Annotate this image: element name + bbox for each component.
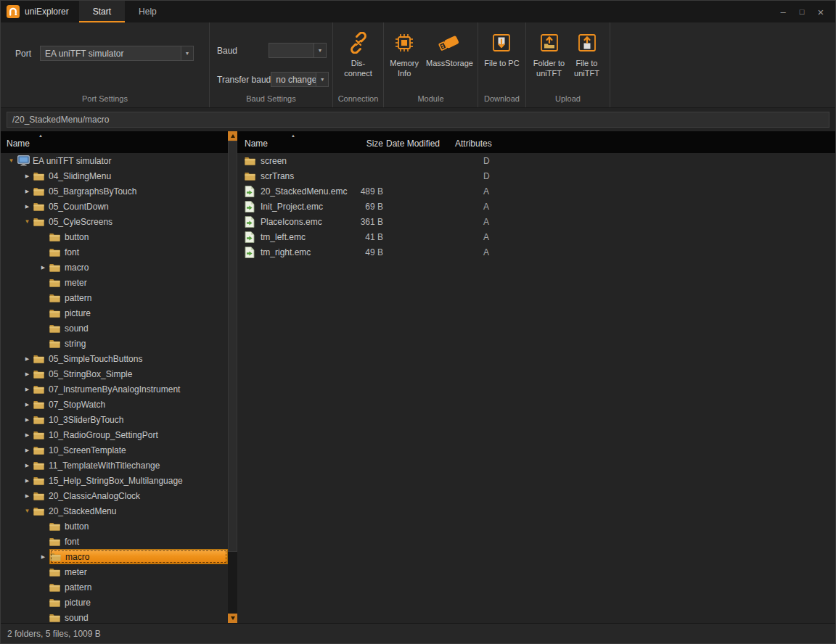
tree-name-column-header[interactable]: Name	[7, 139, 30, 149]
date-modified-column-header[interactable]: Date Modified	[383, 139, 454, 149]
baud-select[interactable]: ▼	[269, 43, 327, 58]
disconnect-button[interactable]: Dis- connect	[340, 28, 377, 80]
tab-start[interactable]: Start	[79, 1, 125, 22]
port-select[interactable]: EA uniTFT simulator ▼	[40, 46, 194, 61]
tree-item-body: picture	[49, 305, 228, 321]
file-size-column-header[interactable]: Size	[366, 139, 383, 149]
chevron-down-icon[interactable]: ▼	[181, 46, 193, 60]
collapsed-arrow-icon[interactable]: ▶	[21, 387, 33, 392]
tree-item[interactable]: ▶07_StopWatch	[1, 397, 228, 412]
collapsed-arrow-icon[interactable]: ▶	[37, 554, 49, 560]
collapsed-arrow-icon[interactable]: ▶	[21, 478, 33, 484]
tree-item[interactable]: button	[1, 229, 228, 244]
expanded-arrow-icon[interactable]: ▼	[21, 218, 33, 225]
tree-item[interactable]: ▶10_3SliderByTouch	[1, 412, 228, 427]
tree-item-label: 07_StopWatch	[46, 400, 105, 410]
tree-item[interactable]: ▶04_SlidingMenu	[1, 168, 228, 183]
file-row[interactable]: scrTransD	[237, 168, 835, 183]
file-attributes: A	[454, 232, 835, 242]
tree-item[interactable]: string	[1, 336, 228, 351]
tree-item[interactable]: picture	[1, 305, 228, 321]
tree-item[interactable]: ▶20_ClassicAnalogClock	[1, 488, 228, 503]
chevron-down-icon[interactable]: ▼	[316, 73, 328, 86]
tree-item[interactable]: ▼20_StackedMenu	[1, 503, 228, 519]
file-row[interactable]: tm_right.emc49 BA	[237, 244, 835, 260]
tree-item[interactable]: ▶10_RadioGroup_SettingPort	[1, 427, 228, 442]
tree-item-body: 10_3SliderByTouch	[33, 412, 228, 427]
tab-help[interactable]: Help	[125, 1, 171, 22]
collapsed-arrow-icon[interactable]: ▶	[21, 493, 33, 499]
tree-item[interactable]: font	[1, 534, 228, 549]
expanded-arrow-icon[interactable]: ▼	[5, 157, 17, 164]
file-name-column-header[interactable]: Name	[245, 139, 268, 149]
file-row[interactable]: 20_StackedMenu.emc489 BA	[237, 183, 835, 199]
tree-pane: ▲ Name ▼EA uniTFT simulator▶04_SlidingMe…	[1, 131, 228, 623]
collapsed-arrow-icon[interactable]: ▶	[37, 265, 49, 271]
scrollbar-track[interactable]	[228, 141, 237, 614]
tree-item[interactable]: ▶05_StringBox_Simple	[1, 366, 228, 381]
tree-item[interactable]: sound	[1, 610, 228, 623]
tree-item[interactable]: sound	[1, 321, 228, 336]
tree-item[interactable]: ▶15_Help_StringBox_Multilanguage	[1, 473, 228, 488]
tree-item[interactable]: ▶07_InstrumenByAnalogInstrument	[1, 381, 228, 397]
file-row[interactable]: tm_left.emc41 BA	[237, 229, 835, 244]
tree-item[interactable]: ▶05_SimpleTouchButtons	[1, 351, 228, 366]
mass-storage-button[interactable]: MassStorage	[424, 28, 475, 80]
collapsed-arrow-icon[interactable]: ▶	[21, 356, 33, 362]
collapsed-arrow-icon[interactable]: ▶	[21, 432, 33, 438]
file-to-pc-button[interactable]: File to PC	[482, 28, 521, 70]
tree-item[interactable]: button	[1, 519, 228, 534]
tree-item[interactable]: ▶macro	[1, 549, 228, 564]
collapsed-arrow-icon[interactable]: ▶	[21, 204, 33, 210]
folder-icon	[49, 537, 62, 546]
scrollbar-thumb[interactable]	[228, 141, 237, 552]
tree-item[interactable]: picture	[1, 595, 228, 610]
tree-item[interactable]: ▶05_BargraphsByTouch	[1, 183, 228, 199]
collapsed-arrow-icon[interactable]: ▶	[21, 189, 33, 194]
minimize-button[interactable]: –	[774, 4, 792, 20]
collapsed-arrow-icon[interactable]: ▶	[21, 371, 33, 377]
tree-scrollbar[interactable]	[228, 131, 237, 623]
app-window: uniExplorer Start Help – □ × Port EA uni…	[0, 0, 836, 644]
memory-info-button[interactable]: Memory Info	[386, 28, 422, 80]
tree-item[interactable]: meter	[1, 275, 228, 290]
collapsed-arrow-icon[interactable]: ▶	[21, 402, 33, 408]
arrow-down-icon	[231, 616, 235, 620]
tree-item[interactable]: ▶10_ScreenTemplate	[1, 442, 228, 458]
tree-item[interactable]: ▶macro	[1, 260, 228, 275]
address-bar[interactable]: /20_StackedMenu/macro	[7, 112, 829, 128]
tree-item[interactable]: pattern	[1, 290, 228, 305]
collapsed-arrow-icon[interactable]: ▶	[21, 463, 33, 468]
tree-item[interactable]: pattern	[1, 579, 228, 595]
scroll-down-button[interactable]	[228, 614, 237, 623]
scroll-up-button[interactable]	[228, 131, 237, 141]
file-size: 69 B	[365, 202, 383, 212]
file-row[interactable]: Init_Project.emc69 BA	[237, 199, 835, 214]
tree-item-label: 15_Help_StringBox_Multilanguage	[46, 476, 183, 486]
file-name: tm_left.emc	[256, 232, 306, 242]
transfer-baud-select[interactable]: no change ▼	[271, 72, 329, 87]
attributes-column-header[interactable]: Attributes	[454, 139, 835, 149]
tree-item[interactable]: meter	[1, 564, 228, 579]
file-row[interactable]: PlaceIcons.emc361 BA	[237, 214, 835, 229]
chevron-down-icon[interactable]: ▼	[314, 44, 326, 57]
ribbon-group-connection: Dis- connect Connection	[333, 22, 384, 107]
collapsed-arrow-icon[interactable]: ▶	[21, 417, 33, 423]
close-button[interactable]: ×	[812, 4, 829, 20]
emc-file-icon	[245, 231, 256, 243]
tree-item-body: 11_TemplateWithTitlechange	[33, 458, 228, 473]
tree-item[interactable]: ▼05_CyleScreens	[1, 214, 228, 229]
tree-item[interactable]: font	[1, 244, 228, 260]
folder-to-unitft-button[interactable]: Folder to uniTFT	[531, 28, 567, 80]
maximize-button[interactable]: □	[793, 4, 811, 20]
tree-item-body: 05_SimpleTouchButtons	[33, 351, 228, 366]
tree-item[interactable]: ▶11_TemplateWithTitlechange	[1, 458, 228, 473]
collapsed-arrow-icon[interactable]: ▶	[21, 173, 33, 179]
file-row[interactable]: screenD	[237, 153, 835, 168]
file-to-unitft-button[interactable]: File to uniTFT	[569, 28, 605, 80]
tree-item-label: picture	[62, 308, 91, 318]
tree-item[interactable]: ▼EA uniTFT simulator	[1, 153, 228, 168]
tree-item[interactable]: ▶05_CountDown	[1, 199, 228, 214]
expanded-arrow-icon[interactable]: ▼	[21, 508, 33, 514]
collapsed-arrow-icon[interactable]: ▶	[21, 447, 33, 453]
